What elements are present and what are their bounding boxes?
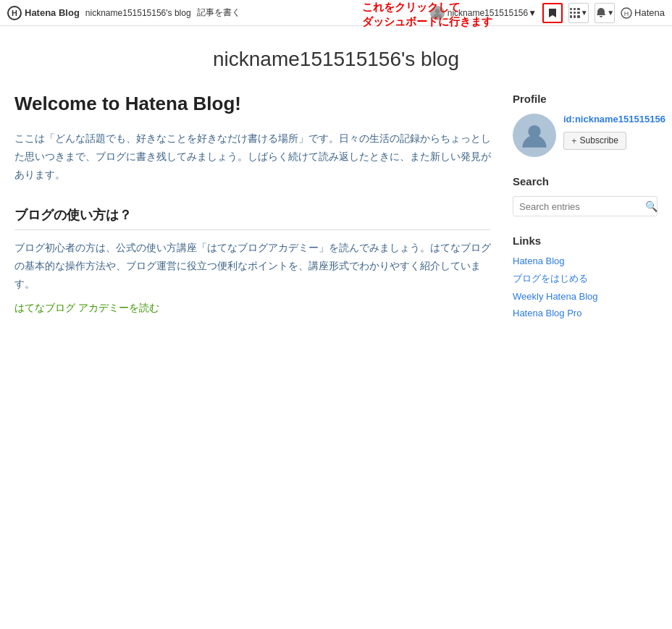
hatena-brand-icon: H [621, 7, 632, 19]
profile-name[interactable]: id:nickname151515156 [563, 114, 665, 126]
links-list-item[interactable]: Weekly Hatena Blog [513, 291, 658, 302]
section-body-text: ブログ初心者の方は、公式の使い方講座「はてなブログアカデミー」を読んでみましょう… [14, 242, 491, 290]
avatar [513, 114, 556, 157]
write-label[interactable]: 記事を書く [197, 7, 240, 19]
links-list-item[interactable]: Hatena Blog [513, 256, 658, 266]
profile-block: id:nickname151515156 + Subscribe [513, 114, 658, 157]
links-title: Links [513, 235, 658, 247]
profile-title: Profile [513, 93, 658, 105]
links-list-item[interactable]: ブログをはじめる [513, 272, 658, 285]
sidebar: Profile id:nickname151515156 + Subscribe [513, 85, 658, 337]
post-body: ここは「どんな話題でも、好きなことを好きなだけ書ける場所」です。日々の生活の記録… [14, 130, 491, 185]
section-title: ブログの使い方は？ [14, 206, 491, 230]
grid-chevron: ▼ [581, 9, 588, 17]
hatena-blog-logo[interactable]: H Hatena Blog [7, 6, 80, 20]
svg-point-0 [435, 9, 440, 13]
user-avatar [430, 6, 445, 20]
bookmark-icon [547, 7, 558, 19]
logo-text: Hatena Blog [25, 7, 80, 18]
search-title: Search [513, 175, 658, 187]
bell-button[interactable]: ▼ [595, 3, 615, 23]
search-section: Search 🔍 [513, 175, 658, 216]
avatar-icon [520, 121, 549, 150]
blog-name-link[interactable]: nickname151515156's blog [85, 8, 191, 18]
content-area: Welcome to Hatena Blog! ここは「どんな話題でも、好きなこ… [14, 85, 491, 337]
svg-text:H: H [624, 10, 629, 17]
profile-section: Profile id:nickname151515156 + Subscribe [513, 93, 658, 157]
blog-title: nickname151515156's blog [0, 26, 672, 85]
links-list: Hatena BlogブログをはじめるWeekly Hatena BlogHat… [513, 256, 658, 318]
bell-icon [595, 7, 607, 19]
topnav: H Hatena Blog nickname151515156's blog 記… [0, 0, 672, 26]
main-layout: Welcome to Hatena Blog! ここは「どんな話題でも、好きなこ… [0, 85, 672, 337]
section-body: ブログ初心者の方は、公式の使い方講座「はてなブログアカデミー」を読んでみましょう… [14, 239, 491, 294]
plus-icon: + [571, 135, 577, 146]
bookmark-dashboard-button[interactable] [542, 3, 563, 23]
post-title: Welcome to Hatena Blog! [14, 85, 491, 115]
hatena-brand: H Hatena [621, 7, 665, 19]
hatena-circle-icon: H [7, 6, 22, 20]
search-box: 🔍 [513, 196, 658, 216]
grid-icon [570, 8, 580, 18]
profile-info: id:nickname151515156 + Subscribe [563, 114, 665, 150]
search-icon[interactable]: 🔍 [645, 200, 658, 212]
search-input[interactable] [519, 201, 641, 212]
subscribe-button[interactable]: + Subscribe [563, 132, 626, 150]
user-menu[interactable]: nickname151515156▼ [430, 6, 537, 20]
links-list-item[interactable]: Hatena Blog Pro [513, 308, 658, 318]
bell-chevron: ▼ [607, 9, 614, 17]
grid-menu-button[interactable]: ▼ [568, 3, 589, 23]
hatena-brand-label: Hatena [634, 7, 665, 18]
subscribe-label: Subscribe [580, 135, 618, 145]
user-name: nickname151515156▼ [448, 8, 537, 18]
links-section: Links Hatena BlogブログをはじめるWeekly Hatena B… [513, 235, 658, 318]
academy-link[interactable]: はてなブログ アカデミーを読む [14, 302, 159, 313]
